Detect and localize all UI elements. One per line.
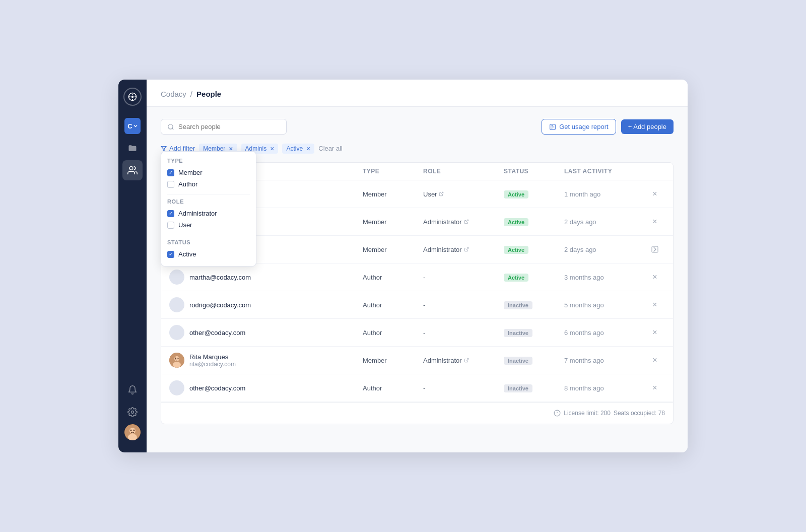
- sidebar-nav: [122, 138, 143, 380]
- svg-point-12: [168, 124, 173, 128]
- user-cell: martha@codacy.com: [169, 270, 363, 285]
- user-status: Active: [504, 189, 564, 198]
- search-input[interactable]: [178, 123, 280, 130]
- svg-point-10: [130, 430, 132, 431]
- svg-point-6: [131, 411, 134, 414]
- svg-point-5: [135, 96, 136, 97]
- filter-checkbox-active-status[interactable]: [167, 251, 174, 258]
- user-email: rodrigo@codacy.com: [189, 301, 251, 309]
- sidebar-bottom: [122, 380, 143, 444]
- user-type: Author: [363, 329, 423, 337]
- license-info: License limit: 200: [564, 410, 611, 417]
- filter-chip-admin-remove[interactable]: ×: [270, 145, 274, 152]
- user-avatar: [169, 380, 184, 395]
- filter-dropdown: Type Member Author Role Administrator: [161, 151, 256, 267]
- sidebar: C: [118, 80, 147, 452]
- user-cell: other@codacy.com: [169, 325, 363, 340]
- user-role: Administrator: [423, 357, 504, 364]
- last-activity: 8 months ago: [564, 384, 645, 392]
- seats-info: Seats occupied: 78: [614, 410, 665, 417]
- header-status: Status: [504, 168, 564, 175]
- user-type: Author: [363, 301, 423, 309]
- filter-option-author[interactable]: Author: [167, 178, 250, 190]
- filter-option-administrator[interactable]: Administrator: [167, 208, 250, 219]
- sidebar-item-bell[interactable]: [122, 380, 143, 400]
- last-activity: 2 days ago: [564, 218, 645, 226]
- row-remove-button[interactable]: ×: [645, 189, 665, 198]
- user-email: other@codacy.com: [189, 329, 245, 337]
- page-body: Get usage report + Add people Add filter…: [147, 107, 688, 452]
- header-actions: [645, 168, 665, 175]
- filter-role-section-title: Role: [167, 198, 250, 205]
- header-type: Type: [363, 168, 423, 175]
- status-badge: Inactive: [504, 384, 532, 392]
- status-badge: Active: [504, 218, 528, 226]
- user-type: Member: [363, 218, 423, 226]
- filter-checkbox-user[interactable]: [167, 222, 174, 229]
- user-type: Member: [363, 246, 423, 253]
- user-role: -: [423, 301, 504, 309]
- row-remove-button[interactable]: ×: [645, 217, 665, 226]
- breadcrumb-parent[interactable]: Codacy: [161, 90, 186, 98]
- breadcrumb-separator: /: [190, 90, 192, 98]
- last-activity: 6 months ago: [564, 329, 645, 337]
- external-link-icon: [464, 247, 469, 252]
- svg-point-11: [133, 430, 135, 431]
- last-activity: 7 months ago: [564, 357, 645, 364]
- user-cell: Rita Marques rita@codacy.com: [169, 353, 363, 368]
- filter-option-active-status[interactable]: Active: [167, 248, 250, 260]
- search-icon: [167, 123, 174, 130]
- search-box[interactable]: [161, 119, 287, 135]
- table-row: other@codacy.com Author - Inactive 6 mon…: [161, 319, 673, 347]
- filter-chip-active-remove[interactable]: ×: [306, 145, 310, 152]
- info-icon: [554, 410, 561, 417]
- user-avatar: [169, 325, 184, 340]
- org-switcher[interactable]: C: [124, 118, 141, 134]
- row-remove-button[interactable]: ×: [645, 356, 665, 365]
- status-badge: Inactive: [504, 357, 532, 365]
- user-role: User: [423, 190, 504, 198]
- user-role: Administrator: [423, 218, 504, 226]
- user-status: Inactive: [504, 300, 564, 309]
- external-link-icon: [464, 219, 469, 224]
- filter-icon: [161, 146, 167, 152]
- svg-point-20: [175, 358, 176, 359]
- user-avatar-sidebar[interactable]: [124, 424, 141, 440]
- sidebar-item-people[interactable]: [122, 160, 143, 180]
- external-link-icon: [464, 358, 469, 363]
- clear-all-button[interactable]: Clear all: [318, 145, 343, 152]
- filter-chip-active[interactable]: Active ×: [282, 144, 314, 154]
- svg-marker-15: [161, 146, 166, 151]
- filter-checkbox-administrator[interactable]: [167, 210, 174, 217]
- header: Codacy / People: [147, 80, 688, 107]
- last-activity: 1 month ago: [564, 190, 645, 198]
- last-activity: 5 months ago: [564, 301, 645, 309]
- filter-checkbox-author[interactable]: [167, 181, 174, 188]
- row-remove-button[interactable]: ×: [645, 328, 665, 337]
- user-email: other@codacy.com: [189, 384, 245, 392]
- logo[interactable]: [123, 88, 142, 106]
- add-people-button[interactable]: + Add people: [621, 119, 674, 134]
- row-remove-button[interactable]: ×: [645, 273, 665, 282]
- row-remove-button[interactable]: ×: [645, 383, 665, 392]
- report-icon: [549, 123, 556, 130]
- status-badge: Active: [504, 274, 528, 282]
- breadcrumb: Codacy / People: [161, 90, 674, 98]
- row-remove-button[interactable]: ×: [645, 300, 665, 309]
- sidebar-item-gear[interactable]: [122, 402, 143, 422]
- user-role: Administrator: [423, 246, 504, 253]
- filter-option-user[interactable]: User: [167, 219, 250, 231]
- status-badge: Inactive: [504, 301, 532, 309]
- user-cell: other@codacy.com: [169, 380, 363, 395]
- svg-point-3: [132, 99, 133, 100]
- row-transfer-button[interactable]: [645, 245, 665, 253]
- filter-checkbox-member[interactable]: [167, 169, 174, 176]
- svg-point-4: [129, 96, 130, 97]
- user-avatar: [169, 353, 184, 368]
- user-display-name: Rita Marques: [189, 353, 236, 361]
- filter-option-member[interactable]: Member: [167, 167, 250, 178]
- svg-point-2: [132, 94, 133, 95]
- get-usage-report-button[interactable]: Get usage report: [542, 119, 616, 135]
- sidebar-item-folder[interactable]: [122, 138, 143, 158]
- breadcrumb-current: People: [196, 90, 221, 98]
